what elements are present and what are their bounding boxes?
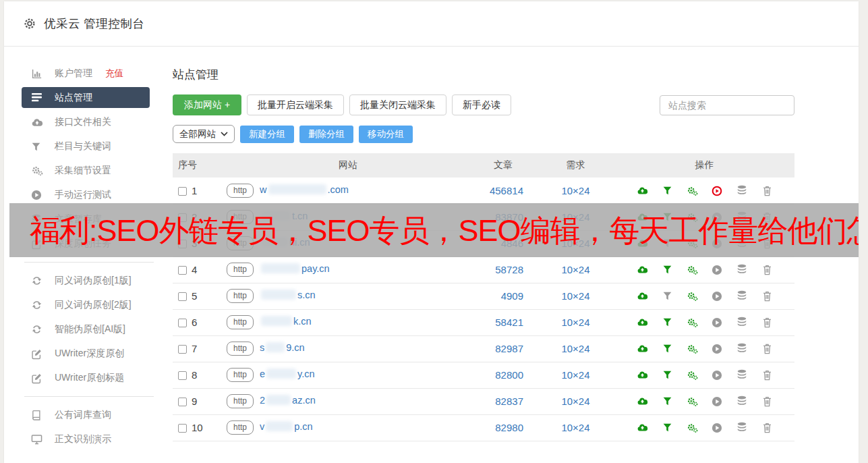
trash-icon[interactable] [761, 396, 773, 407]
database-icon[interactable] [736, 343, 748, 354]
play-icon[interactable] [712, 290, 723, 302]
domain-link[interactable]: ey.cn [260, 369, 315, 379]
sidebar-item[interactable]: 公有词库查询 [4, 403, 161, 427]
gears-icon[interactable] [687, 396, 698, 407]
database-icon[interactable] [736, 396, 748, 407]
refresh-icon [31, 299, 43, 311]
domain-link[interactable]: s9.cn [260, 342, 305, 353]
articles-count-link[interactable]: 456814 [490, 185, 523, 196]
play-icon[interactable] [712, 422, 723, 433]
row-checkbox[interactable] [178, 319, 187, 327]
filter-icon[interactable] [662, 422, 673, 433]
domain-link[interactable]: w.com [260, 184, 349, 195]
row-checkbox[interactable] [178, 187, 187, 196]
cloud-upload-icon[interactable] [637, 343, 648, 354]
group-select[interactable]: 全部网站 [173, 125, 235, 143]
row-checkbox[interactable] [178, 398, 187, 406]
trash-icon[interactable] [761, 264, 773, 275]
sidebar-item[interactable]: UWriter深度原创 [4, 342, 161, 366]
domain-link[interactable]: s.cn [260, 290, 316, 300]
cloud-upload-icon[interactable] [637, 369, 648, 381]
filter-icon[interactable] [662, 185, 673, 196]
row-checkbox[interactable] [178, 266, 187, 275]
gears-icon[interactable] [687, 369, 698, 381]
sidebar-item[interactable]: 栏目与关键词 [4, 134, 161, 159]
gears-icon[interactable] [687, 422, 698, 433]
domain-link[interactable]: k.cn [260, 316, 312, 327]
play-icon[interactable] [712, 185, 723, 196]
filter-icon[interactable] [662, 264, 673, 275]
articles-count-link[interactable]: 58421 [495, 317, 523, 328]
cloud-upload-icon[interactable] [637, 422, 648, 433]
create-group-button[interactable]: 新建分组 [240, 126, 294, 143]
play-icon[interactable] [712, 264, 723, 275]
newbie-guide-button[interactable]: 新手必读 [452, 94, 511, 115]
play-icon[interactable] [712, 343, 723, 354]
gears-icon[interactable] [687, 343, 698, 354]
domain-link[interactable]: vp.cn [260, 421, 313, 432]
domain-link[interactable]: pay.cn [260, 263, 330, 274]
database-icon[interactable] [736, 369, 748, 381]
trash-icon[interactable] [761, 185, 773, 196]
filter-icon[interactable] [662, 369, 673, 381]
row-checkbox[interactable] [178, 292, 187, 301]
gears-icon[interactable] [687, 185, 698, 196]
move-group-button[interactable]: 移动分组 [359, 126, 413, 143]
sidebar-item-label: 正文识别演示 [55, 433, 111, 445]
gears-icon[interactable] [687, 264, 698, 275]
trash-icon[interactable] [761, 422, 773, 433]
filter-icon[interactable] [662, 343, 673, 354]
articles-count-link[interactable]: 82987 [495, 343, 523, 354]
refresh-icon [31, 275, 43, 287]
articles-count-link[interactable]: 82980 [495, 422, 523, 433]
trash-icon[interactable] [761, 343, 773, 354]
sidebar-item[interactable]: 智能伪原创[AI版] [4, 317, 161, 342]
play-icon[interactable] [712, 317, 723, 328]
play-icon[interactable] [712, 369, 723, 381]
cloud-upload-icon[interactable] [637, 317, 648, 328]
http-badge: http [227, 263, 254, 277]
database-icon[interactable] [736, 185, 748, 196]
recharge-link[interactable]: 充值 [105, 67, 123, 80]
sidebar-item[interactable]: 采集细节设置 [4, 159, 161, 183]
database-icon[interactable] [736, 290, 748, 302]
row-checkbox[interactable] [178, 424, 187, 433]
articles-count-link[interactable]: 4909 [501, 290, 523, 302]
batch-start-collect-button[interactable]: 批量开启云端采集 [247, 94, 344, 115]
add-site-button[interactable]: 添加网站 + [173, 94, 241, 115]
sidebar-item[interactable]: UWriter原创标题 [4, 366, 161, 390]
sidebar-item[interactable]: 账户管理充值 [4, 61, 161, 86]
delete-group-button[interactable]: 删除分组 [299, 126, 353, 143]
row-checkbox[interactable] [178, 345, 187, 354]
sidebar-item[interactable]: 正文识别演示 [4, 427, 161, 452]
cloud-upload-icon[interactable] [637, 290, 648, 302]
gears-icon[interactable] [687, 290, 698, 302]
sidebar-item[interactable]: 同义词伪原创[2版] [4, 293, 161, 317]
filter-icon[interactable] [662, 396, 673, 407]
trash-icon[interactable] [761, 317, 773, 328]
row-checkbox[interactable] [178, 371, 187, 380]
play-icon[interactable] [712, 396, 723, 407]
gears-icon[interactable] [687, 317, 698, 328]
list-icon [31, 92, 43, 104]
filter-icon[interactable] [662, 290, 673, 302]
database-icon[interactable] [736, 264, 748, 275]
articles-count-link[interactable]: 82837 [495, 396, 523, 407]
sidebar-item[interactable]: 接口文件相关 [4, 110, 161, 134]
cloud-upload-icon[interactable] [637, 264, 648, 275]
domain-link[interactable]: 2az.cn [260, 395, 316, 406]
sidebar-item[interactable]: 同义词伪原创[1版] [4, 269, 161, 293]
database-icon[interactable] [736, 317, 748, 328]
batch-stop-collect-button[interactable]: 批量关闭云端采集 [349, 94, 446, 115]
articles-count-link[interactable]: 58728 [495, 264, 523, 275]
cloud-upload-icon[interactable] [637, 185, 648, 196]
sidebar-item[interactable]: 站点管理 [22, 87, 150, 108]
http-badge: http [227, 184, 254, 198]
database-icon[interactable] [736, 422, 748, 433]
cloud-upload-icon[interactable] [637, 396, 648, 407]
trash-icon[interactable] [761, 290, 773, 302]
trash-icon[interactable] [761, 369, 773, 381]
filter-icon[interactable] [662, 317, 673, 328]
articles-count-link[interactable]: 82800 [495, 369, 523, 381]
site-search-input[interactable] [660, 95, 794, 115]
